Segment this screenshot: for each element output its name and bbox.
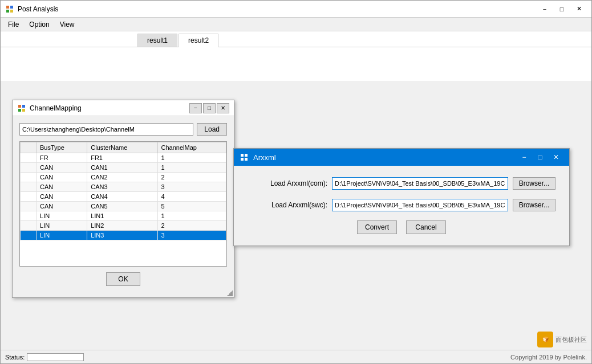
arxxml-dialog-icon [240, 153, 249, 162]
cell-channel: 4 [157, 192, 226, 202]
arxxml-dialog: Arxxml − □ ✕ Load Arxxml(com): Browser..… [233, 148, 570, 246]
menu-bar: File Option View [1, 18, 591, 31]
cell-bustype: LIN [37, 221, 87, 231]
cell-idx [21, 182, 37, 192]
status-label: Status: [5, 354, 25, 361]
arxxml-convert-button[interactable]: Convert [357, 220, 397, 234]
arxxml-controls: − □ ✕ [517, 150, 563, 164]
cell-cluster: CAN4 [87, 192, 157, 202]
svg-rect-2 [6, 10, 9, 13]
watermark: 🍞 面包板社区 [537, 332, 587, 347]
channel-table-container[interactable]: BusType ClusterName ChannelMap FR FR1 1 … [19, 141, 227, 267]
svg-rect-9 [245, 154, 248, 157]
file-row: Load [19, 123, 227, 136]
menu-file[interactable]: File [3, 19, 24, 30]
col-header-channel: ChannelMap [157, 142, 226, 153]
minimize-button[interactable]: − [537, 3, 553, 15]
cell-channel: 1 [157, 211, 226, 221]
table-row[interactable]: CAN CAN1 1 [21, 163, 226, 173]
channel-dialog-title: ChannelMapping [30, 104, 189, 112]
table-row[interactable]: FR FR1 1 [21, 153, 226, 163]
cell-bustype: CAN [37, 163, 87, 173]
arxxml-swc-browser-btn[interactable]: Browser... [513, 199, 555, 211]
cell-bustype: CAN [37, 202, 87, 211]
cell-bustype: FR [37, 153, 87, 163]
arxxml-minimize-btn[interactable]: − [517, 150, 532, 164]
svg-rect-5 [22, 105, 25, 108]
maximize-button[interactable]: □ [554, 3, 570, 15]
col-header-idx [21, 142, 37, 153]
svg-rect-6 [18, 109, 21, 112]
table-row[interactable]: CAN CAN4 4 [21, 192, 226, 202]
app-icon [5, 5, 14, 14]
cell-cluster: FR1 [87, 153, 157, 163]
table-row[interactable]: CAN CAN2 2 [21, 173, 226, 182]
svg-rect-1 [10, 6, 13, 9]
cell-cluster: CAN2 [87, 173, 157, 182]
arxxml-cancel-button[interactable]: Cancel [406, 220, 446, 234]
arxxml-close-btn[interactable]: ✕ [549, 150, 563, 164]
table-row[interactable]: CAN CAN5 5 [21, 202, 226, 211]
channel-file-input[interactable] [19, 123, 193, 136]
arxxml-com-row: Load Arxxml(com): Browser... [248, 177, 555, 190]
cell-cluster: LIN1 [87, 211, 157, 221]
resize-handle[interactable] [227, 291, 233, 296]
channel-close-btn[interactable]: ✕ [217, 103, 229, 113]
tab-list: result1 result2 [1, 31, 591, 47]
arxxml-title-bar: Arxxml − □ ✕ [234, 149, 569, 166]
tab-area: result1 result2 [1, 31, 591, 81]
cell-cluster: LIN2 [87, 221, 157, 231]
channel-title-bar: ChannelMapping − □ ✕ [13, 100, 234, 116]
table-row[interactable]: LIN LIN2 2 [21, 221, 226, 231]
arxxml-com-browser-btn[interactable]: Browser... [513, 177, 555, 190]
svg-rect-3 [10, 10, 13, 13]
table-row[interactable]: CAN CAN3 3 [21, 182, 226, 192]
cell-idx [21, 192, 37, 202]
cell-cluster: CAN1 [87, 163, 157, 173]
cell-channel: 1 [157, 153, 226, 163]
svg-rect-0 [6, 6, 9, 9]
cell-channel: 3 [157, 182, 226, 192]
cell-idx [21, 163, 37, 173]
channel-table: BusType ClusterName ChannelMap FR FR1 1 … [20, 142, 226, 240]
status-bar: Status: Copyright 2019 by Polelink. [1, 350, 591, 363]
arxxml-maximize-btn[interactable]: □ [533, 150, 548, 164]
col-header-cluster: ClusterName [87, 142, 157, 153]
watermark-logo: 🍞 [537, 332, 553, 347]
title-bar: Post Analysis − □ ✕ [1, 1, 591, 18]
cell-channel: 5 [157, 202, 226, 211]
channel-dialog-body: Load BusType ClusterName ChannelMap [13, 116, 234, 297]
table-row[interactable]: LIN LIN3 3 [21, 231, 226, 240]
channel-maximize-btn[interactable]: □ [203, 103, 216, 113]
tab-result2[interactable]: result2 [179, 34, 218, 47]
menu-view[interactable]: View [55, 19, 80, 30]
channel-minimize-btn[interactable]: − [189, 103, 202, 113]
arxxml-actions: Convert Cancel [248, 220, 555, 234]
channel-ok-button[interactable]: OK [106, 272, 140, 286]
ok-row: OK [19, 272, 227, 291]
status-progress-bar [27, 353, 84, 361]
cell-cluster: CAN3 [87, 182, 157, 192]
close-button[interactable]: ✕ [571, 3, 587, 15]
cell-bustype: CAN [37, 192, 87, 202]
channel-dialog-controls: − □ ✕ [189, 103, 229, 113]
menu-option[interactable]: Option [24, 19, 54, 30]
arxxml-dialog-title: Arxxml [253, 153, 517, 162]
watermark-text: 面包板社区 [555, 336, 587, 344]
copyright-text: Copyright 2019 by Polelink. [510, 354, 587, 361]
cell-idx [21, 221, 37, 231]
svg-rect-7 [22, 109, 25, 112]
svg-rect-11 [245, 158, 248, 161]
cell-idx [21, 211, 37, 221]
cell-bustype: LIN [37, 211, 87, 221]
channel-load-button[interactable]: Load [197, 123, 227, 136]
tab-result1[interactable]: result1 [137, 34, 177, 47]
cell-channel: 1 [157, 163, 226, 173]
window-controls: − □ ✕ [537, 3, 587, 15]
arxxml-com-input[interactable] [332, 177, 508, 190]
cell-channel: 2 [157, 173, 226, 182]
arxxml-swc-input[interactable] [332, 199, 508, 211]
table-row[interactable]: LIN LIN1 1 [21, 211, 226, 221]
cell-cluster: LIN3 [87, 231, 157, 240]
cell-idx [21, 202, 37, 211]
